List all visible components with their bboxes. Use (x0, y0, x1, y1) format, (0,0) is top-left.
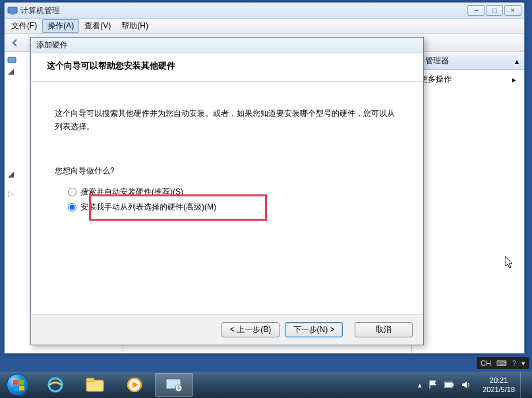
close-button[interactable]: ✕ (504, 5, 521, 16)
taskbar: ▴ 20:21 2021/5/18 (0, 372, 532, 398)
menubar: 文件(F) 操作(A) 查看(V) 帮助(H) (5, 19, 524, 34)
radio-group: 搜索并自动安装硬件(推荐)(S) 安装我手动从列表选择的硬件(高级)(M) (55, 185, 399, 215)
maximize-button[interactable]: ▢ (486, 5, 503, 16)
system-tray: ▴ 20:21 2021/5/18 (411, 372, 532, 398)
tray-volume-icon[interactable] (461, 380, 471, 389)
actions-header[interactable]: 备管理器 ▴ (412, 53, 524, 70)
collapse-icon: ▴ (515, 57, 519, 66)
keyboard-icon[interactable]: ⌨ (496, 359, 507, 368)
dialog-title: 添加硬件 (36, 40, 68, 51)
cancel-button[interactable]: 取消 (355, 322, 413, 337)
app-icon (7, 5, 18, 16)
next-step-button[interactable]: 下一步(N) > (285, 322, 343, 337)
dialog-body: 这个向导可以搜索其他硬件并为您自动安装。或者，如果您知道要安装哪个型号的硬件，您… (31, 82, 423, 228)
tray-clock[interactable]: 20:21 2021/5/18 (477, 376, 520, 395)
add-hardware-dialog: 添加硬件 这个向导可以帮助您安装其他硬件 这个向导可以搜索其他硬件并为您自动安装… (30, 37, 424, 345)
tray-up-icon[interactable]: ▴ (418, 381, 422, 389)
tray-flag-icon[interactable] (429, 380, 438, 389)
monitor-icon (7, 56, 16, 65)
taskbar-ie[interactable] (36, 373, 74, 397)
back-button[interactable] (7, 36, 23, 50)
radio-manual-input[interactable] (68, 203, 76, 212)
dialog-titlebar[interactable]: 添加硬件 (31, 38, 423, 53)
show-desktop-button[interactable] (520, 372, 528, 398)
tray-power-icon[interactable] (444, 381, 455, 389)
main-titlebar[interactable]: 计算机管理 ━ ▢ ✕ (5, 3, 524, 19)
menu-action[interactable]: 操作(A) (42, 19, 79, 33)
svg-rect-2 (8, 57, 16, 63)
lang-ch[interactable]: CH (481, 359, 491, 367)
svg-rect-12 (452, 384, 454, 386)
radio-manual-select[interactable]: 安装我手动从列表选择的硬件(高级)(M) (68, 200, 399, 215)
menu-view[interactable]: 查看(V) (79, 19, 116, 33)
clock-time: 20:21 (483, 376, 515, 385)
actions-more[interactable]: 更多操作 ▸ (412, 70, 524, 89)
svg-rect-4 (86, 380, 103, 391)
menu-help[interactable]: 帮助(H) (116, 19, 154, 33)
language-bar[interactable]: CH ⌨ ? ▾ (477, 357, 529, 369)
start-button[interactable] (0, 372, 36, 398)
main-title: 计算机管理 (20, 5, 467, 16)
svg-rect-0 (8, 7, 17, 13)
dialog-footer: < 上一步(B) 下一步(N) > 取消 (31, 314, 423, 345)
lang-caret-icon[interactable]: ▾ (521, 359, 525, 368)
radio-auto-search[interactable]: 搜索并自动安装硬件(推荐)(S) (68, 185, 399, 200)
dialog-question: 您想向导做什么? (55, 165, 399, 177)
dialog-description: 这个向导可以搜索其他硬件并为您自动安装。或者，如果您知道要安装哪个型号的硬件，您… (55, 107, 399, 134)
radio-auto-input[interactable] (68, 188, 76, 196)
actions-pane: 备管理器 ▴ 更多操作 ▸ (412, 53, 524, 353)
taskbar-mmc[interactable] (155, 373, 193, 397)
svg-rect-1 (11, 14, 15, 15)
taskbar-explorer[interactable] (76, 373, 114, 397)
minimize-button[interactable]: ━ (467, 5, 485, 16)
clock-date: 2021/5/18 (483, 385, 515, 394)
svg-rect-9 (171, 389, 176, 391)
back-step-button[interactable]: < 上一步(B) (222, 322, 280, 337)
taskbar-wmp[interactable] (115, 373, 154, 397)
arrow-right-icon: ▸ (512, 75, 516, 84)
svg-rect-13 (445, 383, 452, 387)
menu-file[interactable]: 文件(F) (6, 19, 42, 33)
svg-rect-5 (86, 378, 94, 382)
dialog-heading: 这个向导可以帮助您安装其他硬件 (47, 60, 407, 72)
dialog-header: 这个向导可以帮助您安装其他硬件 (31, 53, 423, 82)
help-icon[interactable]: ? (512, 359, 516, 367)
